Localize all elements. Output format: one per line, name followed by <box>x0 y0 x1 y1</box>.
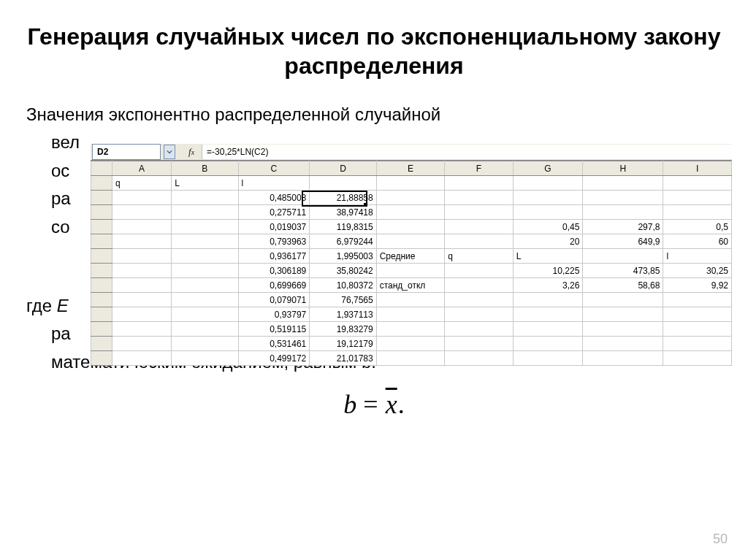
cell[interactable]: 0,519115 <box>238 322 310 337</box>
cell[interactable] <box>172 293 238 307</box>
cell[interactable]: l <box>238 176 310 191</box>
cell[interactable] <box>376 191 445 205</box>
cell[interactable] <box>513 293 583 307</box>
cell[interactable] <box>112 191 172 205</box>
cell[interactable]: 6,979244 <box>310 234 376 249</box>
cell[interactable]: 21,01783 <box>310 351 376 366</box>
row-header[interactable] <box>91 234 112 249</box>
cell[interactable] <box>663 176 732 191</box>
cell[interactable] <box>310 176 376 191</box>
row-header[interactable] <box>91 278 112 293</box>
cell[interactable] <box>172 234 238 249</box>
cell[interactable]: 0,5 <box>663 220 732 234</box>
cell[interactable] <box>112 351 172 366</box>
cell[interactable]: 76,7565 <box>310 293 376 307</box>
col-header[interactable]: F <box>445 161 514 176</box>
cell[interactable] <box>172 322 238 337</box>
cell[interactable] <box>112 293 172 307</box>
name-box-dropdown[interactable] <box>164 145 175 159</box>
select-all-corner[interactable] <box>91 161 112 176</box>
cell[interactable] <box>445 191 514 205</box>
cell[interactable]: q <box>445 249 514 264</box>
cell[interactable] <box>172 249 238 264</box>
cell[interactable] <box>376 337 445 351</box>
cell[interactable] <box>583 307 663 322</box>
cell[interactable] <box>445 322 514 337</box>
col-header[interactable]: I <box>663 161 732 176</box>
cell[interactable] <box>376 351 445 366</box>
cell[interactable]: 0,275711 <box>238 205 310 220</box>
cell[interactable]: L <box>172 176 238 191</box>
cell[interactable]: станд_откл <box>376 278 445 293</box>
name-box[interactable]: D2 <box>92 144 161 160</box>
cell[interactable] <box>663 307 732 322</box>
cell[interactable]: 30,25 <box>663 264 732 278</box>
cell[interactable]: 0,531461 <box>238 337 310 351</box>
cell[interactable]: 0,019037 <box>238 220 310 234</box>
cell[interactable]: 35,80242 <box>310 264 376 278</box>
cell[interactable] <box>663 337 732 351</box>
cell[interactable]: 19,83279 <box>310 322 376 337</box>
cell[interactable] <box>445 176 514 191</box>
cell[interactable]: 0,699669 <box>238 278 310 293</box>
cell[interactable]: 473,85 <box>583 264 663 278</box>
cell[interactable] <box>376 322 445 337</box>
cell[interactable] <box>445 337 514 351</box>
cell[interactable] <box>445 234 514 249</box>
cell[interactable]: 0,079071 <box>238 293 310 307</box>
cell[interactable]: 0,45 <box>513 220 583 234</box>
cell[interactable] <box>376 176 445 191</box>
cell[interactable] <box>376 234 445 249</box>
cell[interactable]: l <box>663 249 732 264</box>
formula-bar[interactable]: =-30,25*LN(C2) <box>202 145 732 159</box>
cell[interactable] <box>583 249 663 264</box>
cell[interactable] <box>583 191 663 205</box>
col-header[interactable]: G <box>513 161 583 176</box>
cell[interactable]: 0,793963 <box>238 234 310 249</box>
cell[interactable]: 3,26 <box>513 278 583 293</box>
cell[interactable]: 0,936177 <box>238 249 310 264</box>
cell[interactable] <box>513 176 583 191</box>
cell[interactable]: 119,8315 <box>310 220 376 234</box>
fx-label[interactable]: fx <box>188 146 194 158</box>
cell[interactable] <box>112 205 172 220</box>
cell[interactable] <box>172 264 238 278</box>
cell[interactable] <box>112 249 172 264</box>
cell[interactable]: 0,306189 <box>238 264 310 278</box>
cell[interactable] <box>445 293 514 307</box>
col-header[interactable]: H <box>583 161 663 176</box>
cell[interactable] <box>376 220 445 234</box>
cell[interactable] <box>172 220 238 234</box>
row-header[interactable] <box>91 322 112 337</box>
row-header[interactable] <box>91 307 112 322</box>
cell[interactable] <box>172 278 238 293</box>
cell[interactable] <box>583 337 663 351</box>
cell[interactable]: 0,93797 <box>238 307 310 322</box>
cell[interactable]: 649,9 <box>583 234 663 249</box>
cell[interactable] <box>583 176 663 191</box>
cell[interactable] <box>513 307 583 322</box>
cell[interactable] <box>112 322 172 337</box>
cell[interactable] <box>445 205 514 220</box>
row-header[interactable] <box>91 249 112 264</box>
cell[interactable] <box>513 351 583 366</box>
cell[interactable]: 0,499172 <box>238 351 310 366</box>
cell[interactable]: 10,225 <box>513 264 583 278</box>
grid[interactable]: A B C D E F G H I q L l <box>91 161 732 366</box>
cell[interactable] <box>172 205 238 220</box>
cell[interactable] <box>112 264 172 278</box>
cell[interactable] <box>445 351 514 366</box>
cell[interactable] <box>663 205 732 220</box>
cell[interactable] <box>376 293 445 307</box>
cell[interactable] <box>445 220 514 234</box>
cell[interactable] <box>583 351 663 366</box>
cell[interactable] <box>112 307 172 322</box>
cell[interactable] <box>513 205 583 220</box>
cell[interactable] <box>513 322 583 337</box>
cell[interactable] <box>445 307 514 322</box>
col-header[interactable]: B <box>172 161 238 176</box>
cell[interactable]: 1,995003 <box>310 249 376 264</box>
cell[interactable] <box>112 278 172 293</box>
cell[interactable]: Средние <box>376 249 445 264</box>
col-header[interactable]: E <box>376 161 445 176</box>
